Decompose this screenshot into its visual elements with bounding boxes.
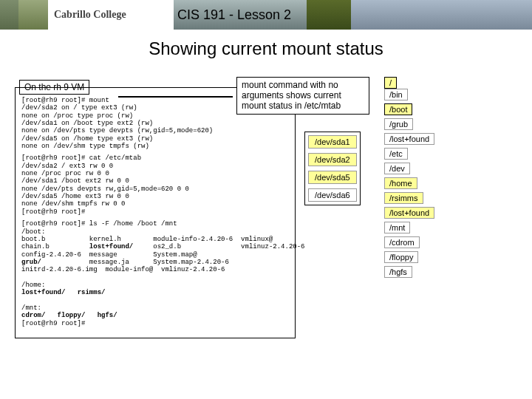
tree-etc: /etc	[384, 148, 408, 160]
filesystem-tree: / /bin /boot /grub /lost+found /etc /dev…	[384, 77, 434, 281]
tree-boot-lostfound: /lost+found	[384, 133, 434, 145]
dir-rsimms: rsimms/	[78, 289, 106, 296]
course-title: CIS 191 - Lesson 2	[177, 7, 291, 23]
college-logo: Cabrillo College	[48, 0, 174, 30]
tree-mnt: /mnt	[384, 222, 410, 233]
device-sda1: /dev/sda1	[308, 135, 357, 149]
device-list: /dev/sda1 /dev/sda2 /dev/sda5 /dev/sda6	[304, 132, 361, 205]
header-photo-3b	[307, 0, 351, 30]
terminal-block-mtab: [root@rh9 root]# cat /etc/mtab /dev/sda2…	[21, 154, 289, 216]
tree-home: /home	[384, 177, 417, 189]
device-sda6: /dev/sda6	[308, 188, 357, 202]
tree-bin: /bin	[384, 89, 408, 100]
tree-rsimms: /rsimms	[384, 192, 423, 204]
device-sda2: /dev/sda2	[308, 153, 357, 166]
tree-hgfs: /hgfs	[384, 266, 412, 278]
dir-hgfs: hgfs/	[98, 312, 117, 319]
tree-boot: /boot	[384, 103, 412, 115]
dir-grub: grub/	[21, 259, 41, 266]
tree-home-lostfound: /lost+found	[384, 207, 434, 219]
dir-lostfound-boot: lost+found/	[89, 243, 133, 250]
tree-grub: /grub	[384, 118, 413, 130]
tree-root: /	[384, 77, 397, 89]
header-photo-4	[351, 0, 532, 30]
dir-floppy: floppy/	[58, 312, 86, 319]
slide-title: Showing current mount status	[0, 38, 532, 59]
tree-dev: /dev	[384, 163, 410, 174]
dir-cdrom: cdrom/	[21, 312, 45, 319]
header-photo-1	[0, 0, 18, 30]
callout-arrow	[118, 96, 233, 98]
callout-note: mount command with no arguments shows cu…	[236, 77, 369, 115]
tree-floppy: /floppy	[384, 251, 418, 263]
terminal-block-ls: [root@rh9 root]# ls -F /home /boot /mnt …	[21, 220, 289, 327]
header-photos	[0, 0, 48, 30]
device-sda5: /dev/sda5	[308, 171, 357, 184]
tree-cdrom: /cdrom	[384, 236, 420, 248]
dir-lostfound-home: lost+found/	[21, 289, 65, 296]
terminal-output: [root@rh9 root]# mount /dev/sda2 on / ty…	[15, 87, 296, 338]
header-photo-2	[18, 0, 48, 30]
